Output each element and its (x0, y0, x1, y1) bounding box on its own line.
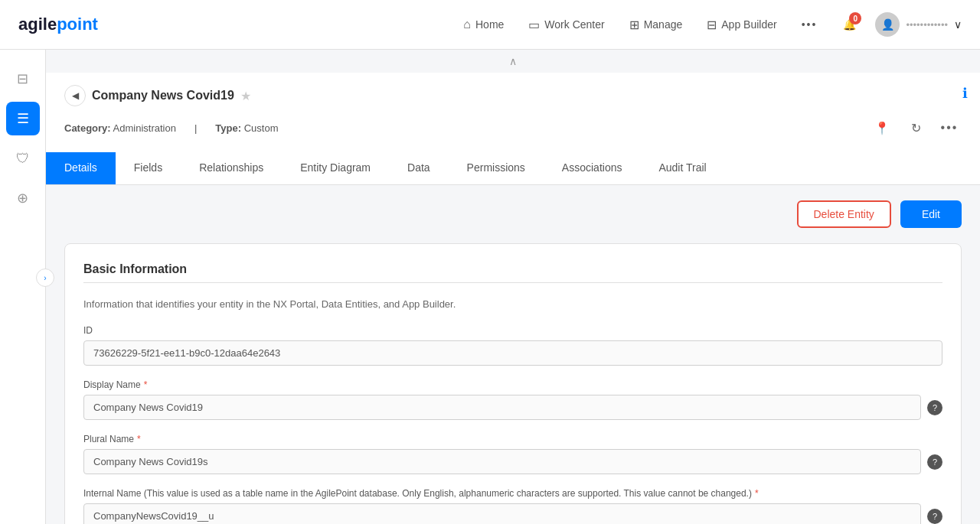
internal-name-help-icon[interactable]: ? (927, 509, 942, 524)
more-options-button[interactable]: ••• (937, 116, 962, 140)
workcenter-icon: ▭ (528, 18, 540, 32)
tab-data[interactable]: Data (389, 152, 449, 184)
dashboard-icon: ⊟ (17, 70, 28, 87)
more-dots-icon: ••• (802, 18, 818, 31)
back-icon: ◀ (72, 90, 79, 101)
main-content: ∧ ◀ Company News Covid19 ★ Category: Adm… (46, 50, 980, 524)
sidebar-item-group[interactable]: ⊕ (6, 181, 40, 215)
display-name-label: Display Name * (83, 379, 942, 390)
nav-links: ⌂ Home ▭ Work Center ⊞ Manage ⊟ App Buil… (463, 18, 817, 32)
nav-appbuilder-label: App Builder (721, 18, 776, 31)
type-label: Type: Custom (215, 122, 278, 134)
group-icon: ⊕ (17, 190, 28, 207)
plural-name-help-icon[interactable]: ? (927, 454, 942, 470)
tab-fields[interactable]: Fields (116, 152, 181, 184)
entity-panel: ◀ Company News Covid19 ★ Category: Admin… (46, 73, 980, 152)
more-options-icon: ••• (941, 121, 959, 135)
nav-home-label: Home (475, 18, 504, 31)
nav-more[interactable]: ••• (802, 18, 818, 31)
content-area: Delete Entity Edit Basic Information Inf… (46, 185, 980, 524)
required-star-internal: * (755, 488, 759, 499)
location-button[interactable]: 📍 (870, 116, 894, 140)
back-button[interactable]: ◀ (64, 85, 86, 106)
nav-manage-label: Manage (644, 18, 683, 31)
category-value: Administration (113, 122, 176, 134)
nav-right: 🔔 0 👤 •••••••••••• ∨ (835, 11, 962, 38)
tab-details[interactable]: Details (46, 152, 116, 184)
sidebar-item-shield[interactable]: 🛡 (6, 142, 40, 175)
entity-icon: ☰ (17, 110, 29, 127)
section-desc: Information that identifies your entity … (83, 298, 942, 310)
required-star: * (144, 379, 148, 390)
home-icon: ⌂ (463, 18, 471, 31)
chevron-up-icon: ∧ (509, 55, 517, 67)
sidebar-toggle[interactable]: › (36, 269, 54, 287)
user-area[interactable]: 👤 •••••••••••• ∨ (875, 12, 962, 37)
section-divider (83, 282, 942, 283)
id-input-wrapper (83, 340, 942, 366)
form-group-internal-name: Internal Name (This value is used as a t… (83, 488, 942, 524)
tab-associations[interactable]: Associations (544, 152, 641, 184)
form-card: Basic Information Information that ident… (64, 243, 962, 524)
internal-name-input-wrapper: ? (83, 503, 942, 524)
internal-name-label: Internal Name (This value is used as a t… (83, 488, 942, 499)
appbuilder-icon: ⊟ (707, 18, 717, 32)
tab-relationships[interactable]: Relationships (181, 152, 282, 184)
avatar: 👤 (875, 12, 900, 37)
required-star-plural: * (137, 434, 141, 444)
info-icon[interactable]: ℹ (962, 85, 968, 102)
chevron-right-icon: › (44, 274, 46, 282)
entity-meta-actions: 📍 ↻ ••• (870, 116, 962, 140)
sidebar: ⊟ ☰ 🛡 ⊕ › (0, 50, 46, 524)
type-separator: | (194, 122, 197, 134)
nav-home[interactable]: ⌂ Home (463, 18, 504, 31)
id-label: ID (83, 325, 942, 336)
notification-badge: 0 (849, 12, 861, 24)
display-name-input[interactable] (83, 395, 921, 420)
tabs-bar: Details Fields Relationships Entity Diag… (46, 152, 980, 185)
nav-workcenter-label: Work Center (544, 18, 604, 31)
shield-icon: 🛡 (16, 151, 30, 167)
form-group-plural-name: Plural Name * ? (83, 434, 942, 474)
location-icon: 📍 (874, 121, 890, 135)
nav-appbuilder[interactable]: ⊟ App Builder (707, 18, 776, 32)
entity-title: Company News Covid19 (92, 89, 234, 103)
logo-point: point (57, 15, 98, 34)
nav-manage[interactable]: ⊞ Manage (629, 18, 683, 32)
action-row: Delete Entity Edit (64, 200, 962, 228)
type-value: Custom (244, 122, 279, 134)
logo-agile: agile (18, 15, 57, 34)
display-name-help-icon[interactable]: ? (927, 400, 942, 415)
refresh-icon: ↻ (911, 121, 921, 135)
plural-name-input[interactable] (83, 449, 921, 474)
entity-header: ◀ Company News Covid19 ★ (64, 85, 962, 106)
username-label: •••••••••••• (906, 19, 948, 31)
internal-name-input[interactable] (83, 503, 921, 524)
form-group-id: ID (83, 325, 942, 366)
top-navigation: agilepoint ⌂ Home ▭ Work Center ⊞ Manage… (0, 0, 980, 50)
notification-button[interactable]: 🔔 0 (835, 11, 863, 38)
id-input[interactable] (83, 340, 942, 366)
collapse-bar[interactable]: ∧ (46, 50, 980, 73)
section-title: Basic Information (83, 262, 942, 276)
edit-button[interactable]: Edit (900, 200, 962, 228)
nav-workcenter[interactable]: ▭ Work Center (528, 18, 604, 32)
tab-entity-diagram[interactable]: Entity Diagram (282, 152, 389, 184)
entity-meta: Category: Administration | Type: Custom … (64, 116, 962, 140)
tab-permissions[interactable]: Permissions (449, 152, 544, 184)
plural-name-label: Plural Name * (83, 434, 942, 444)
info-circle-icon: ℹ (962, 86, 968, 101)
logo: agilepoint (18, 15, 98, 34)
tab-audit-trail[interactable]: Audit Trail (640, 152, 724, 184)
plural-name-input-wrapper: ? (83, 449, 942, 474)
layout: ⊟ ☰ 🛡 ⊕ › ∧ ◀ Company News Covid19 ★ (0, 50, 980, 524)
display-name-input-wrapper: ? (83, 395, 942, 420)
sidebar-item-entity[interactable]: ☰ (6, 102, 40, 135)
form-group-display-name: Display Name * ? (83, 379, 942, 420)
delete-entity-button[interactable]: Delete Entity (797, 200, 891, 228)
sidebar-item-dashboard[interactable]: ⊟ (6, 62, 40, 96)
chevron-down-icon: ∨ (954, 18, 962, 31)
favorite-star-icon[interactable]: ★ (240, 89, 251, 103)
refresh-button[interactable]: ↻ (903, 116, 928, 140)
manage-icon: ⊞ (629, 18, 639, 32)
